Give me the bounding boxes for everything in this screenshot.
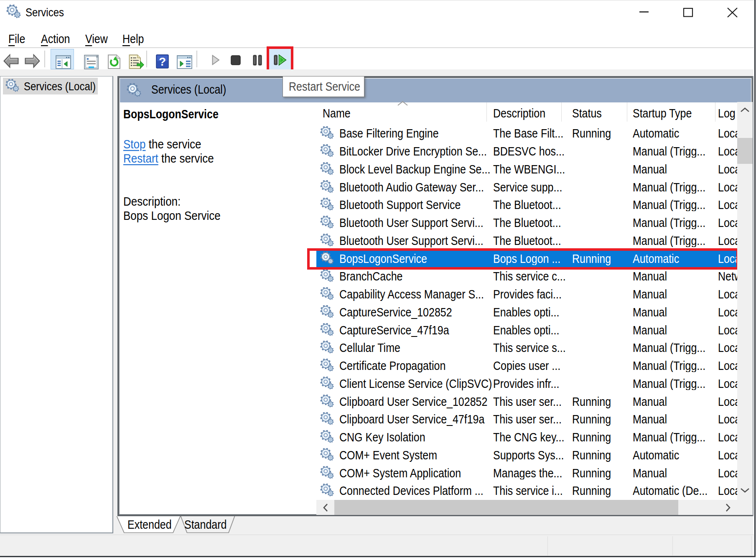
svg-text:?: ? xyxy=(159,55,166,68)
